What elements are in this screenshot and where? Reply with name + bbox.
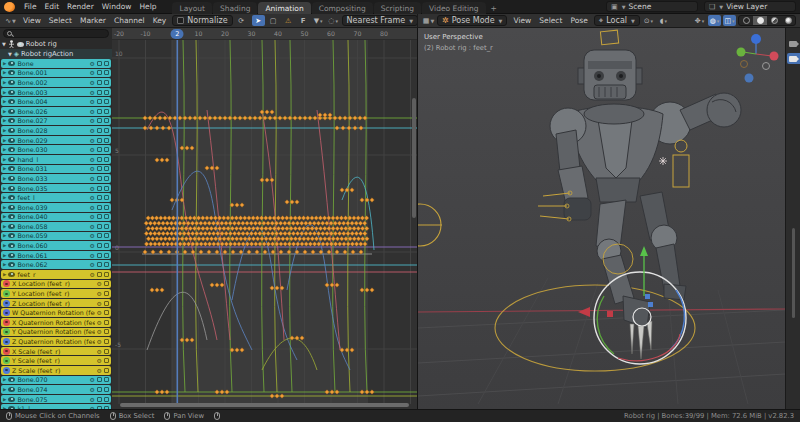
channel-search-input[interactable] (3, 29, 109, 38)
visibility-eye-icon[interactable] (8, 205, 15, 210)
lock-toggle-icon[interactable] (104, 61, 109, 66)
workspace-tab-shading[interactable]: Shading (213, 2, 257, 14)
visibility-eye-icon[interactable] (8, 272, 15, 277)
pivot-point-icon[interactable]: ⊙▾ (642, 15, 655, 26)
mute-toggle-icon[interactable] (97, 61, 102, 66)
channel-row-fcurve[interactable]: W Quaternion Rotation (feet_r)⚙ (1, 308, 111, 317)
modifier-wrench-icon[interactable]: ⚙ (90, 213, 95, 220)
mute-toggle-icon[interactable] (97, 214, 102, 219)
mute-toggle-icon[interactable] (97, 406, 102, 409)
fcurve-visibility-icon[interactable] (3, 319, 10, 326)
modifier-wrench-icon[interactable]: ⚙ (90, 386, 95, 393)
menu-file[interactable]: File (20, 1, 41, 12)
mode-dropdown[interactable]: ✲ Pose Mode ▼ (437, 15, 507, 26)
visibility-eye-icon[interactable] (8, 90, 15, 95)
channel-row-bone[interactable]: ▶Bone.030⚙ (1, 145, 111, 154)
mute-toggle-icon[interactable] (97, 377, 102, 382)
expand-icon[interactable]: ▶ (3, 377, 6, 382)
mute-toggle-icon[interactable] (97, 128, 102, 133)
expand-icon[interactable]: ▶ (3, 138, 6, 143)
fcurve-visibility-icon[interactable] (3, 300, 10, 307)
lock-toggle-icon[interactable] (104, 138, 109, 143)
mute-toggle-icon[interactable] (97, 99, 102, 104)
modifier-wrench-icon[interactable]: ⚙ (90, 79, 95, 86)
channel-row-bone[interactable]: ▶hand_l⚙ (1, 155, 111, 164)
action-channel-row[interactable]: ▼ ◈ Robot rigAction (0, 49, 112, 59)
lock-toggle-icon[interactable] (104, 253, 109, 258)
current-frame-badge[interactable]: 2 (171, 29, 184, 39)
lock-toggle-icon[interactable] (104, 301, 109, 306)
shading-rendered-icon[interactable] (781, 16, 795, 25)
visibility-eye-icon[interactable] (8, 70, 15, 75)
mute-toggle-icon[interactable] (97, 272, 102, 277)
channel-row-bone[interactable]: ▶Bone.060⚙ (1, 241, 111, 250)
visibility-eye-icon[interactable] (8, 61, 15, 66)
channel-row-bone[interactable]: ▶Bone.001⚙ (1, 69, 111, 78)
lock-toggle-icon[interactable] (104, 320, 109, 325)
lock-toggle-icon[interactable] (104, 128, 109, 133)
lock-toggle-icon[interactable] (104, 281, 109, 286)
expand-icon[interactable]: ▶ (3, 70, 6, 75)
visibility-eye-icon[interactable] (8, 138, 15, 143)
modifier-wrench-icon[interactable]: ⚙ (90, 156, 95, 163)
channel-row-bone[interactable]: ▶Bone.027⚙ (1, 117, 111, 126)
modifier-wrench-icon[interactable]: ⚙ (97, 319, 102, 326)
modifier-wrench-icon[interactable]: ⚙ (90, 98, 95, 105)
visibility-eye-icon[interactable] (8, 233, 15, 238)
modifier-wrench-icon[interactable]: ⚙ (97, 367, 102, 374)
channel-row-bone[interactable]: ▶Bone.062⚙ (1, 260, 111, 269)
lock-toggle-icon[interactable] (104, 262, 109, 267)
channel-row-bone[interactable]: ▶Bone.029⚙ (1, 136, 111, 145)
expand-icon[interactable]: ▶ (3, 195, 6, 200)
visibility-eye-icon[interactable] (8, 224, 15, 229)
timeline-ruler[interactable]: -20-1010203040506070802 (112, 28, 417, 40)
lock-toggle-icon[interactable] (104, 387, 109, 392)
modifier-wrench-icon[interactable]: ⚙ (97, 280, 102, 287)
lock-toggle-icon[interactable] (104, 272, 109, 277)
fcurve-visibility-icon[interactable] (3, 367, 10, 374)
lock-toggle-icon[interactable] (104, 377, 109, 382)
menu-render[interactable]: Render (63, 1, 98, 12)
channel-row-bone[interactable]: ▶feet_l⚙ (1, 193, 111, 202)
properties-scrollbar[interactable] (792, 228, 795, 318)
modifier-wrench-icon[interactable]: ⚙ (97, 338, 102, 345)
viewport-menu-view[interactable]: View (509, 15, 535, 26)
expand-icon[interactable]: ▶ (3, 118, 6, 123)
visibility-eye-icon[interactable] (8, 262, 15, 267)
channel-row-bone[interactable]: ▶Bone.028⚙ (1, 126, 111, 135)
modifier-wrench-icon[interactable]: ⚙ (90, 376, 95, 383)
channel-row-fcurve[interactable]: Z Scale (feet_r)⚙ (1, 366, 111, 375)
visibility-eye-icon[interactable] (8, 377, 15, 382)
lock-toggle-icon[interactable] (104, 397, 109, 402)
channel-row-fcurve[interactable]: Y Quaternion Rotation (feet_r)⚙ (1, 328, 111, 337)
channel-row-fcurve[interactable]: Z Location (feet_r)⚙ (1, 299, 111, 308)
horizontal-scrollbar[interactable] (120, 403, 409, 407)
viewport-menu-pose[interactable]: Pose (566, 15, 591, 26)
modifier-wrench-icon[interactable]: ⚙ (90, 252, 95, 259)
snap-magnet-icon[interactable]: ◖▾ (657, 15, 670, 26)
lock-toggle-icon[interactable] (104, 233, 109, 238)
expand-icon[interactable]: ▶ (3, 272, 6, 277)
expand-icon[interactable]: ▶ (3, 128, 6, 133)
lock-toggle-icon[interactable] (104, 186, 109, 191)
mute-toggle-icon[interactable] (97, 387, 102, 392)
modifier-wrench-icon[interactable]: ⚙ (97, 357, 102, 364)
modifier-wrench-icon[interactable]: ⚙ (90, 232, 95, 239)
modifier-wrench-icon[interactable]: ⚙ (97, 348, 102, 355)
channel-row-bone[interactable]: ▶Bone.035⚙ (1, 184, 111, 193)
modifier-wrench-icon[interactable]: ⚙ (90, 396, 95, 403)
lock-toggle-icon[interactable] (104, 406, 109, 409)
graph-menu-marker[interactable]: Marker (76, 15, 110, 26)
visibility-eye-icon[interactable] (8, 118, 15, 123)
channel-row-bone[interactable]: ▶Bone.074⚙ (1, 385, 111, 394)
expand-icon[interactable]: ▶ (3, 90, 6, 95)
lock-toggle-icon[interactable] (104, 195, 109, 200)
mute-toggle-icon[interactable] (97, 176, 102, 181)
expand-icon[interactable]: ▼ (8, 51, 12, 57)
expand-icon[interactable]: ▶ (3, 61, 6, 66)
menu-window[interactable]: Window (98, 1, 136, 12)
modifier-wrench-icon[interactable]: ⚙ (97, 328, 102, 335)
channel-row-bone[interactable]: ▶Bone.033⚙ (1, 174, 111, 183)
lock-toggle-icon[interactable] (104, 243, 109, 248)
visibility-eye-icon[interactable] (17, 42, 24, 47)
